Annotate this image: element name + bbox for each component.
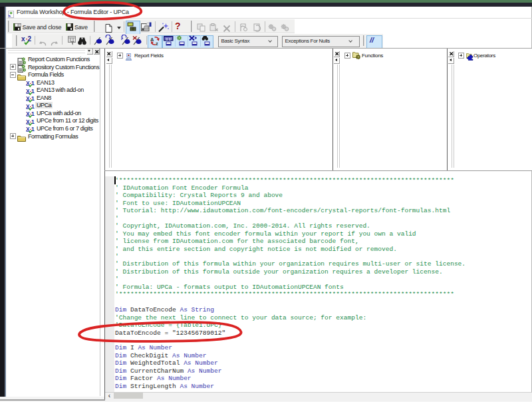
svg-text:A: A (150, 37, 154, 43)
svg-text:x: x (21, 35, 25, 43)
svg-text:z: z (156, 41, 158, 46)
